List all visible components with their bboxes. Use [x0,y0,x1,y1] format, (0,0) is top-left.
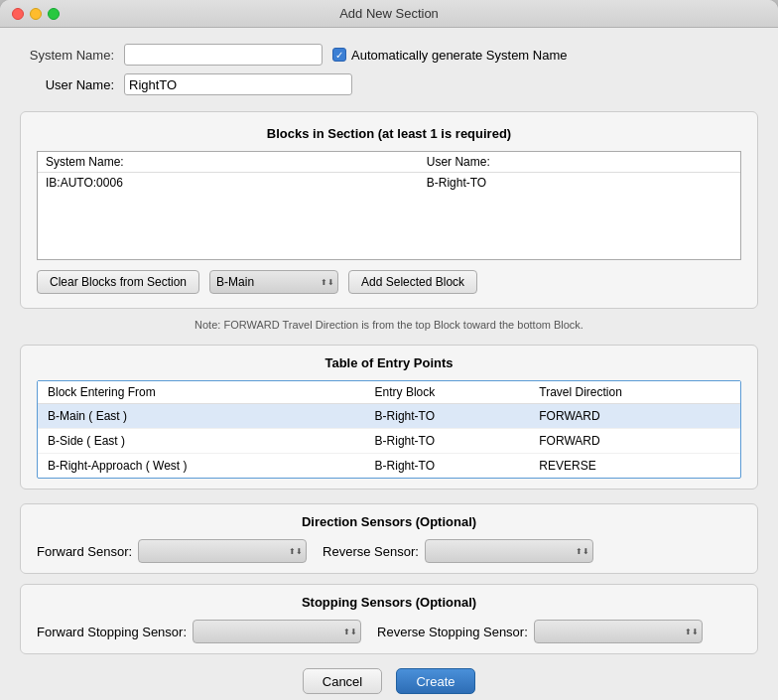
block-dropdown[interactable]: B-Main [209,270,338,294]
table-row: IB:AUTO:0006 B-Right-TO [38,173,740,194]
bottom-buttons: Cancel Create [20,668,758,694]
forward-sensor-item: Forward Sensor: [37,539,307,563]
traffic-lights [12,8,60,20]
entry-block: B-Right-TO [365,429,530,454]
table-row: B-Right-Approach ( West ) B-Right-TO REV… [38,454,740,479]
maximize-button[interactable] [48,8,60,20]
block-select-wrapper: B-Main [209,270,338,294]
blocks-controls: Clear Blocks from Section B-Main Add Sel… [37,270,741,294]
forward-stopping-sensor-label: Forward Stopping Sensor: [37,625,187,639]
reverse-stopping-sensor-item: Reverse Stopping Sensor: [377,620,703,643]
blocks-col-user: User Name: [419,152,740,173]
auto-generate-checkbox[interactable]: ✓ [332,48,346,62]
entry-block: B-Right-TO [365,454,530,479]
block-system-name: IB:AUTO:0006 [38,173,419,194]
titlebar: Add New Section [0,0,778,28]
forward-stopping-sensor-item: Forward Stopping Sensor: [37,620,361,643]
table-row: B-Main ( East ) B-Right-TO FORWARD [38,404,740,429]
clear-blocks-button[interactable]: Clear Blocks from Section [37,270,199,294]
blocks-section-title: Blocks in Section (at least 1 is require… [37,126,741,141]
entry-col-direction: Travel Direction [529,381,740,404]
minimize-button[interactable] [30,8,42,20]
entry-col-from: Block Entering From [38,381,365,404]
entry-points-title: Table of Entry Points [37,355,741,370]
reverse-sensor-item: Reverse Sensor: [323,539,593,563]
reverse-stopping-sensor-dropdown[interactable] [534,620,703,643]
close-button[interactable] [12,8,24,20]
auto-generate-label: Automatically generate System Name [351,48,567,63]
entry-direction: REVERSE [529,454,740,479]
entry-from: B-Right-Approach ( West ) [38,454,365,479]
reverse-sensor-label: Reverse Sensor: [323,544,419,559]
reverse-stopping-sensor-label: Reverse Stopping Sensor: [377,625,528,639]
system-name-input[interactable] [124,44,323,66]
forward-sensor-dropdown[interactable] [138,539,307,563]
user-name-label: User Name: [20,77,114,92]
window-title: Add New Section [339,6,439,21]
entry-direction: FORWARD [529,404,740,429]
entry-block: B-Right-TO [365,404,530,429]
block-user-name: B-Right-TO [419,173,740,194]
system-name-label: System Name: [20,48,114,63]
entry-from: B-Main ( East ) [38,404,365,429]
create-button[interactable]: Create [396,668,475,694]
entry-table-container: Block Entering From Entry Block Travel D… [37,380,741,479]
main-window: Add New Section System Name: ✓ Automatic… [0,0,778,700]
entry-table: Block Entering From Entry Block Travel D… [38,381,740,478]
table-row: B-Side ( East ) B-Right-TO FORWARD [38,429,740,454]
forward-stopping-sensor-dropdown[interactable] [193,620,361,643]
stopping-sensors-section: Stopping Sensors (Optional) Forward Stop… [20,584,758,654]
note-text: Note: FORWARD Travel Direction is from t… [20,319,758,331]
add-block-button[interactable]: Add Selected Block [348,270,477,294]
forward-stopping-sensor-select-wrapper [193,620,361,643]
entry-points-section: Table of Entry Points Block Entering Fro… [20,345,758,490]
stopping-sensors-row: Forward Stopping Sensor: Reverse Stoppin… [37,620,741,643]
reverse-sensor-dropdown[interactable] [425,539,593,563]
auto-generate-group: ✓ Automatically generate System Name [332,48,567,63]
blocks-col-system: System Name: [38,152,419,173]
reverse-stopping-sensor-select-wrapper [534,620,703,643]
blocks-section: Blocks in Section (at least 1 is require… [20,111,758,309]
reverse-sensor-select-wrapper [425,539,593,563]
cancel-button[interactable]: Cancel [303,668,382,694]
main-content: System Name: ✓ Automatically generate Sy… [0,28,778,700]
user-name-row: User Name: [20,73,758,95]
direction-sensors-title: Direction Sensors (Optional) [37,514,741,529]
forward-sensor-label: Forward Sensor: [37,544,132,559]
direction-sensors-row: Forward Sensor: Reverse Sensor: [37,539,741,563]
direction-sensors-section: Direction Sensors (Optional) Forward Sen… [20,503,758,574]
stopping-sensors-title: Stopping Sensors (Optional) [37,595,741,610]
user-name-input[interactable] [124,73,352,95]
entry-col-block: Entry Block [365,381,530,404]
system-name-row: System Name: ✓ Automatically generate Sy… [20,44,758,66]
forward-sensor-select-wrapper [138,539,307,563]
entry-from: B-Side ( East ) [38,429,365,454]
blocks-table: System Name: User Name: IB:AUTO:0006 B-R… [38,152,740,193]
entry-direction: FORWARD [529,429,740,454]
blocks-table-container: System Name: User Name: IB:AUTO:0006 B-R… [37,151,741,260]
